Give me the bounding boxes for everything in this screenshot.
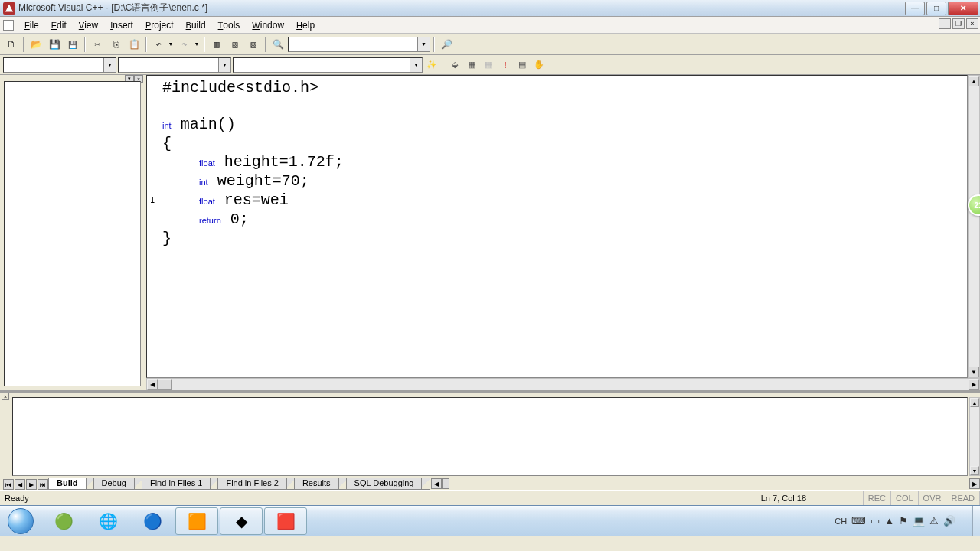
standard-toolbar: ▼ ▼ ▼ [0, 34, 980, 55]
taskbar: 🟢 🌐 🔵 🟧 ◆ 🟥 CH ⌨ ▭ ▲ ⚑ 💻 ⚠ 🔊 [0, 505, 980, 536]
code-content: #include<stdio.h> int main() { float hei… [162, 79, 961, 248]
member-combo[interactable]: ▼ [233, 57, 423, 73]
tab-nav-next[interactable]: ▶ [26, 479, 37, 490]
tray-flag-icon[interactable]: ▭ [871, 515, 880, 527]
editor-margin [158, 76, 158, 377]
output-text[interactable] [12, 397, 968, 476]
menu-help[interactable]: Help [290, 18, 321, 32]
cut-button[interactable] [89, 36, 106, 53]
build-button[interactable]: ▦ [464, 57, 479, 73]
editor-vscroll[interactable]: ▲ ▼ [968, 75, 980, 378]
output-hscroll-thumb[interactable] [442, 478, 449, 489]
workspace-tree[interactable] [4, 81, 141, 386]
ime-indicator[interactable]: CH [835, 517, 847, 526]
workspace-button-1[interactable] [208, 36, 225, 53]
code-editor[interactable]: #include<stdio.h> int main() { float hei… [146, 75, 968, 378]
tray-volume-icon[interactable]: 🔊 [943, 515, 956, 527]
output-close-button[interactable]: × [2, 393, 9, 400]
save-all-button[interactable] [64, 36, 81, 53]
save-button[interactable] [46, 36, 63, 53]
output-vscroll[interactable]: ▲ ▼ [969, 397, 980, 476]
menu-file[interactable]: File [18, 18, 45, 32]
undo-button[interactable] [150, 36, 167, 53]
show-desktop-button[interactable] [972, 506, 980, 536]
undo-icon [155, 39, 161, 50]
output-hscroll-left[interactable]: ◀ [431, 478, 442, 489]
taskbar-msvc[interactable]: ◆ [220, 507, 263, 535]
scroll-left-button[interactable]: ◀ [147, 379, 158, 390]
minimize-button[interactable]: — [905, 2, 925, 15]
paste-button[interactable] [126, 36, 142, 53]
go-button[interactable]: ▤ [514, 57, 530, 73]
compile-button[interactable]: ⬙ [447, 57, 462, 73]
new-button[interactable] [3, 36, 20, 53]
tray-warn-icon[interactable]: ⚠ [929, 515, 939, 527]
workspace-button-2[interactable] [227, 36, 243, 53]
app-icon [3, 2, 15, 15]
menu-view[interactable]: View [73, 18, 104, 32]
breakpoint-button[interactable]: ✋ [531, 57, 547, 73]
output-icon [232, 39, 237, 50]
status-rec: REC [864, 491, 891, 505]
tab-fif1[interactable]: Find in Files 1 [142, 478, 211, 490]
scroll-right-button[interactable]: ▶ [969, 379, 979, 390]
mdi-doc-icon[interactable] [3, 20, 14, 31]
taskbar-chrome[interactable]: 🌐 [87, 507, 129, 535]
menu-window[interactable]: Window [246, 18, 290, 32]
mdi-minimize-button[interactable]: – [939, 18, 951, 29]
tab-nav-last[interactable]: ⏭ [38, 479, 48, 490]
open-button[interactable] [28, 36, 44, 53]
scroll-up-button[interactable]: ▲ [969, 76, 979, 86]
output-hscroll-right[interactable]: ▶ [969, 478, 980, 489]
copy-button[interactable] [107, 36, 124, 53]
redo-dropdown[interactable]: ▼ [193, 36, 201, 53]
find-in-files-button[interactable] [270, 36, 286, 53]
close-button[interactable]: ✕ [948, 2, 978, 15]
tab-results[interactable]: Results [294, 478, 339, 490]
workspace-panel: ▾ × [0, 75, 145, 390]
menubar: File Edit View Insert Project Build Tool… [0, 17, 980, 34]
output-scroll-down[interactable]: ▼ [970, 466, 979, 475]
cut-icon [94, 39, 100, 50]
execute-button[interactable]: ! [498, 57, 513, 73]
tab-sql[interactable]: SQL Debugging [346, 478, 423, 490]
editor-hscroll[interactable]: ◀ ▶ [146, 378, 980, 390]
tray-ime-icon[interactable]: ⌨ [851, 515, 866, 527]
workspace-button-3[interactable] [245, 36, 262, 53]
menu-insert[interactable]: Insert [104, 18, 139, 32]
redo-button[interactable] [176, 36, 193, 53]
scroll-down-button[interactable]: ▼ [969, 367, 979, 377]
tab-nav-first[interactable]: ⏮ [3, 479, 14, 490]
tab-fif2[interactable]: Find in Files 2 [217, 478, 286, 490]
menu-project[interactable]: Project [139, 18, 180, 32]
maximize-button[interactable]: □ [926, 2, 946, 15]
wand-button[interactable]: ✨ [424, 57, 439, 73]
find-combo[interactable]: ▼ [288, 37, 430, 52]
redo-icon [181, 39, 187, 50]
mdi-close-button[interactable]: × [966, 18, 978, 29]
stop-build-button[interactable]: ▦ [481, 57, 496, 73]
tab-nav-prev[interactable]: ◀ [15, 479, 25, 490]
status-position: Ln 7, Col 18 [756, 491, 864, 505]
tray-network-icon[interactable]: 💻 [913, 515, 925, 527]
wizard-toolbar: ▼ ▼ ▼ ✨ ⬙ ▦ ▦ ! ▤ ✋ [0, 55, 980, 75]
filter-combo[interactable]: ▼ [118, 57, 231, 73]
tray-shield-icon[interactable]: ⚑ [899, 515, 908, 527]
tab-debug[interactable]: Debug [93, 478, 135, 490]
taskbar-app-6[interactable]: 🟥 [264, 507, 307, 535]
output-scroll-up[interactable]: ▲ [970, 398, 979, 407]
hscroll-thumb[interactable] [158, 379, 172, 390]
menu-build[interactable]: Build [180, 18, 212, 32]
undo-dropdown[interactable]: ▼ [167, 36, 175, 53]
search-button[interactable] [438, 36, 455, 53]
class-combo[interactable]: ▼ [3, 57, 116, 73]
mdi-restore-button[interactable]: ❐ [952, 18, 965, 29]
taskbar-app-1[interactable]: 🟢 [42, 507, 85, 535]
tray-up-icon[interactable]: ▲ [884, 515, 894, 527]
menu-tools[interactable]: Tools [212, 18, 247, 32]
tab-build[interactable]: Build [48, 478, 87, 490]
start-button[interactable] [0, 506, 41, 536]
taskbar-powerpoint[interactable]: 🟧 [175, 507, 218, 535]
menu-edit[interactable]: Edit [45, 18, 73, 32]
taskbar-app-3[interactable]: 🔵 [131, 507, 174, 535]
